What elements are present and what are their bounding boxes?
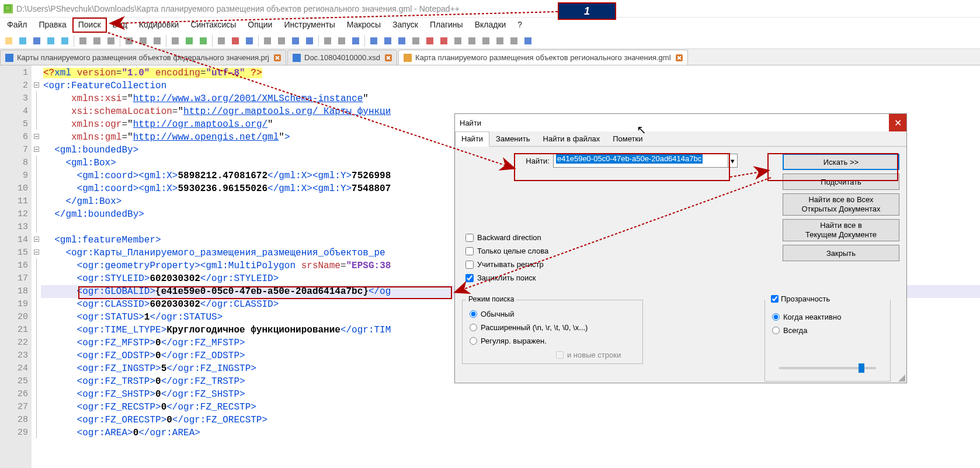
svg-rect-13 bbox=[200, 37, 207, 44]
match-case-check[interactable]: Учитывать регистр bbox=[465, 260, 548, 269]
toolbar-button-16[interactable] bbox=[243, 34, 256, 47]
tab[interactable]: Карты планируемого размещения объектов ф… bbox=[0, 50, 286, 65]
menu-правка[interactable]: Правка bbox=[33, 18, 72, 33]
find-dialog-title-text: Найти bbox=[460, 119, 481, 127]
code-line[interactable]: <ogr:FZ_SHSTP>0</ogr:FZ_SHSTP> bbox=[43, 388, 980, 401]
search-button[interactable]: Искать >> bbox=[783, 154, 899, 170]
find-tab-3[interactable]: Пометки bbox=[606, 131, 649, 146]
toolbar-button-33[interactable] bbox=[494, 34, 506, 47]
toolbar-button-8[interactable] bbox=[123, 34, 135, 47]
svg-rect-17 bbox=[264, 37, 271, 44]
find-all-open-button[interactable]: Найти все во Всех Открытых Документах bbox=[783, 193, 899, 216]
toolbar-button-28[interactable] bbox=[423, 34, 436, 47]
wrap-check[interactable]: Зациклить поиск bbox=[465, 273, 548, 282]
toolbar-button-26[interactable] bbox=[395, 34, 408, 47]
toolbar bbox=[0, 33, 980, 49]
toolbar-button-14[interactable] bbox=[215, 34, 228, 47]
menu-поиск[interactable]: Поиск bbox=[72, 18, 107, 33]
toolbar-button-35[interactable] bbox=[522, 34, 534, 47]
menu-запуск[interactable]: Запуск bbox=[387, 18, 424, 33]
menu-синтаксисы[interactable]: Синтаксисы bbox=[185, 18, 242, 33]
find-tab-2[interactable]: Найти в файлах bbox=[537, 131, 607, 146]
resize-grip[interactable] bbox=[898, 375, 905, 382]
toolbar-button-30[interactable] bbox=[451, 34, 464, 47]
code-line[interactable]: xmlns:xsi="http://www.w3.org/2001/XMLSch… bbox=[43, 92, 980, 105]
find-input[interactable]: e41e59e0-05c0-47eb-a50e-20ad6414a7bc bbox=[553, 154, 728, 168]
toolbar-button-0[interactable] bbox=[2, 34, 15, 47]
svg-rect-33 bbox=[496, 37, 503, 44]
backward-check[interactable]: Backward direction bbox=[465, 233, 548, 242]
toolbar-button-12[interactable] bbox=[183, 34, 196, 47]
svg-rect-35 bbox=[524, 37, 531, 44]
toolbar-button-24[interactable] bbox=[367, 34, 380, 47]
toolbar-button-22[interactable] bbox=[335, 34, 348, 47]
mode-normal[interactable]: Обычный bbox=[470, 310, 635, 318]
svg-rect-24 bbox=[370, 37, 377, 44]
find-all-current-button[interactable]: Найти все в Текущем Документе bbox=[783, 219, 899, 241]
close-icon[interactable] bbox=[676, 54, 683, 61]
code-line[interactable]: <ogr:FZ_RECSTP>0</ogr:FZ_RECSTP> bbox=[43, 401, 980, 414]
close-icon[interactable] bbox=[274, 54, 281, 61]
file-icon bbox=[293, 54, 301, 62]
toolbar-button-34[interactable] bbox=[508, 34, 520, 47]
tab[interactable]: Doc.10804010000.xsd bbox=[287, 50, 397, 65]
toolbar-button-18[interactable] bbox=[275, 34, 288, 47]
menu-инструменты[interactable]: Инструменты bbox=[278, 18, 340, 33]
menu-файл[interactable]: Файл bbox=[1, 18, 33, 33]
toolbar-button-5[interactable] bbox=[77, 34, 89, 47]
toolbar-button-29[interactable] bbox=[437, 34, 450, 47]
find-tab-0[interactable]: Найти bbox=[455, 131, 489, 147]
toolbar-button-11[interactable] bbox=[169, 34, 182, 47]
toolbar-button-27[interactable] bbox=[409, 34, 422, 47]
toolbar-button-3[interactable] bbox=[44, 34, 57, 47]
close-icon[interactable]: ✕ bbox=[889, 114, 906, 131]
transparency-slider[interactable] bbox=[779, 367, 876, 369]
app-icon bbox=[4, 4, 13, 13]
toolbar-button-15[interactable] bbox=[229, 34, 242, 47]
toolbar-button-4[interactable] bbox=[58, 34, 71, 47]
transparency-check[interactable]: Прозрачность bbox=[769, 294, 832, 303]
menu-опции[interactable]: Опции bbox=[242, 18, 278, 33]
close-button[interactable]: Закрыть bbox=[783, 245, 899, 261]
whole-word-check[interactable]: Только целые слова bbox=[465, 247, 548, 255]
toolbar-button-2[interactable] bbox=[30, 34, 43, 47]
trans-always[interactable]: Всегда bbox=[772, 326, 883, 335]
toolbar-button-17[interactable] bbox=[261, 34, 274, 47]
toolbar-button-9[interactable] bbox=[137, 34, 150, 47]
svg-rect-0 bbox=[5, 37, 12, 44]
menu-?[interactable]: ? bbox=[512, 18, 528, 33]
toolbar-button-7[interactable] bbox=[105, 34, 117, 47]
code-line[interactable]: <ogr:AREA>0</ogr:AREA> bbox=[43, 427, 980, 439]
menu-плагины[interactable]: Плагины bbox=[424, 18, 469, 33]
toolbar-button-10[interactable] bbox=[151, 34, 164, 47]
count-button[interactable]: Подсчитать bbox=[783, 174, 899, 190]
trans-inactive[interactable]: Когда неактивно bbox=[772, 313, 883, 321]
toolbar-button-6[interactable] bbox=[91, 34, 103, 47]
toolbar-button-25[interactable] bbox=[381, 34, 394, 47]
newlines-check: и новые строки bbox=[556, 351, 621, 359]
toolbar-button-32[interactable] bbox=[479, 34, 492, 47]
toolbar-button-13[interactable] bbox=[197, 34, 210, 47]
toolbar-button-31[interactable] bbox=[465, 34, 478, 47]
menu-вкладки[interactable]: Вкладки bbox=[469, 18, 512, 33]
svg-rect-7 bbox=[107, 37, 114, 44]
code-line[interactable]: <ogr:FZ_ORECSTP>0</ogr:FZ_ORECSTP> bbox=[43, 414, 980, 427]
close-icon[interactable] bbox=[385, 54, 392, 61]
tab[interactable]: Карта планируемого размещения объектов р… bbox=[398, 50, 687, 65]
find-checks: Backward direction Только целые слова Уч… bbox=[465, 233, 548, 282]
toolbar-button-20[interactable] bbox=[303, 34, 316, 47]
menu-макросы[interactable]: Макросы bbox=[341, 18, 387, 33]
mode-extended[interactable]: Расширенный (\n, \r, \t, \0, \x...) bbox=[470, 323, 635, 332]
menu-кодировки[interactable]: Кодировки bbox=[133, 18, 185, 33]
mode-regex[interactable]: Регуляр. выражен. bbox=[470, 337, 635, 345]
toolbar-button-19[interactable] bbox=[289, 34, 302, 47]
menu-вид[interactable]: Вид bbox=[107, 18, 133, 33]
toolbar-button-23[interactable] bbox=[349, 34, 362, 47]
code-line[interactable]: <?xml version="1.0" encoding="utf-8" ?> bbox=[43, 67, 980, 79]
toolbar-button-1[interactable] bbox=[16, 34, 29, 47]
titlebar: D:\Users\PShevchuk\Downloads\Карта плани… bbox=[0, 0, 980, 18]
code-line[interactable]: <ogr:FeatureCollection bbox=[43, 79, 980, 92]
toolbar-button-21[interactable] bbox=[321, 34, 334, 47]
find-tab-1[interactable]: Заменить bbox=[489, 131, 536, 146]
find-input-dropdown[interactable]: ▾ bbox=[728, 154, 738, 168]
